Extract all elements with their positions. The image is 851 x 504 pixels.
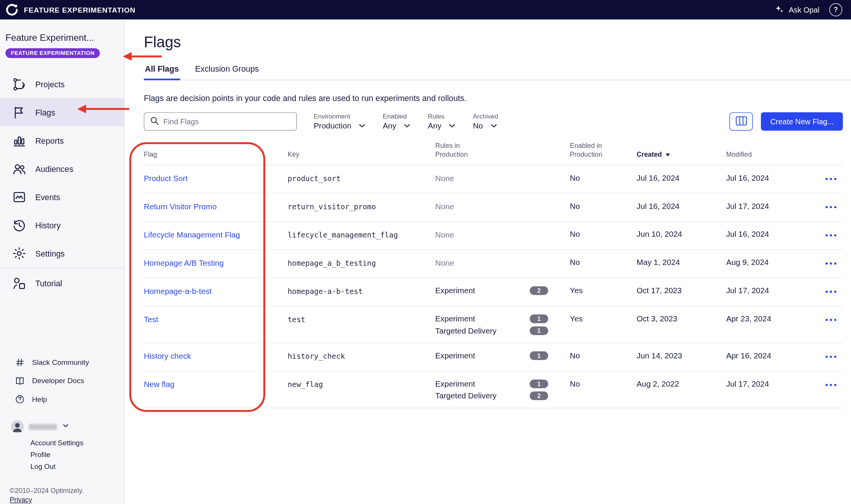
sidebar-item-help[interactable]: Help [0, 390, 124, 408]
tab-bar: All FlagsExclusion Groups [144, 64, 851, 80]
row-actions-button[interactable] [823, 353, 839, 360]
sidebar-item-projects[interactable]: Projects [0, 70, 124, 98]
table-row: TesttestExperiment1Targeted Delivery1Yes… [144, 306, 843, 343]
row-actions-button[interactable] [823, 175, 839, 182]
account-menu-account-settings[interactable]: Account Settings [31, 439, 119, 447]
help-icon[interactable]: ? [829, 3, 842, 16]
flag-key: homepage-a-b-test [288, 286, 435, 295]
flag-link[interactable]: Homepage-a-b-test [144, 287, 212, 295]
hash-icon [14, 357, 25, 368]
flag-link[interactable]: Test [144, 315, 158, 324]
rule-count-badge: 1 [530, 379, 548, 388]
page-description: Flags are decision points in your code a… [144, 93, 843, 103]
account-menu-toggle[interactable] [11, 420, 119, 433]
chevron-down-icon [403, 122, 411, 130]
app-root: FEATURE EXPERIMENTATION Ask Opal ? Featu… [0, 0, 851, 504]
optimizely-logo [4, 2, 19, 18]
app-title: FEATURE EXPERIMENTATION [24, 6, 136, 14]
flag-link[interactable]: History check [144, 352, 191, 360]
filter-rules[interactable]: RulesAny [428, 113, 456, 130]
modified-date: Jul 16, 2024 [726, 173, 816, 182]
flag-link[interactable]: Product Sort [144, 174, 188, 183]
sidebar-divider [0, 268, 124, 268]
book-icon [14, 375, 25, 386]
rules-none-label: None [435, 258, 454, 267]
filter-enabled[interactable]: EnabledAny [383, 113, 411, 130]
main-content: Flags All FlagsExclusion Groups Flags ar… [125, 19, 851, 504]
row-actions-button[interactable] [823, 204, 839, 210]
enabled-in-production: No [570, 201, 637, 210]
rules-none-label: None [435, 230, 454, 239]
account-menu-profile[interactable]: Profile [31, 451, 119, 459]
flag-key: homepage_a_b_testing [288, 258, 435, 267]
rule-type: Experiment [435, 351, 475, 360]
table-row: Return Visitor Promoreturn_visitor_promo… [144, 193, 843, 222]
search-box[interactable] [144, 112, 297, 130]
flag-link[interactable]: Lifecycle Management Flag [144, 230, 240, 239]
enabled-in-production: No [570, 258, 637, 266]
events-icon [11, 189, 27, 205]
sidebar-item-flags[interactable]: Flags [0, 98, 124, 126]
project-name[interactable]: Feature Experiment... [0, 32, 124, 43]
filter-archived[interactable]: ArchivedNo [473, 113, 498, 130]
row-actions-button[interactable] [823, 382, 839, 388]
flag-link[interactable]: Return Visitor Promo [144, 202, 217, 211]
create-new-flag-button[interactable]: Create New Flag... [761, 112, 843, 130]
sidebar-item-developer-docs[interactable]: Developer Docs [0, 371, 124, 390]
row-actions-button[interactable] [823, 260, 839, 267]
table-row: Homepage-a-b-testhomepage-a-b-testExperi… [144, 278, 843, 306]
ask-opal-button[interactable]: Ask Opal [775, 4, 820, 16]
search-input[interactable] [163, 117, 291, 126]
column-header-created[interactable]: Created [637, 150, 726, 159]
flag-icon [11, 104, 27, 120]
chevron-down-icon [358, 122, 366, 130]
column-header-rules-in-production: Rules in Production [435, 141, 570, 159]
modified-date: Apr 16, 2024 [726, 351, 816, 360]
tab-all-flags[interactable]: All Flags [144, 64, 180, 80]
enabled-in-production: No [570, 379, 637, 388]
sidebar-item-events[interactable]: Events [0, 183, 124, 211]
tab-exclusion-groups[interactable]: Exclusion Groups [194, 64, 260, 80]
rules-in-production: Experiment1Targeted Delivery1 [435, 314, 570, 335]
page-title: Flags [144, 34, 843, 51]
account-menu-log-out[interactable]: Log Out [31, 462, 119, 470]
privacy-link[interactable]: Privacy [10, 496, 32, 504]
chevron-down-icon [490, 122, 498, 130]
rules-in-production: None [435, 173, 570, 183]
flag-key: lifecycle_management_flag [288, 230, 435, 239]
projects-icon [11, 76, 27, 92]
row-actions-button[interactable] [823, 316, 839, 323]
created-date: Jul 16, 2024 [637, 173, 726, 182]
sidebar-item-reports[interactable]: Reports [0, 126, 124, 154]
sidebar-item-slack-community[interactable]: Slack Community [0, 353, 124, 371]
controls-row: EnvironmentProductionEnabledAnyRulesAnyA… [144, 112, 843, 130]
column-header-flag: Flag [144, 150, 288, 159]
enabled-in-production: No [570, 351, 637, 360]
column-settings-button[interactable] [730, 112, 753, 130]
flag-link[interactable]: New flag [144, 380, 174, 388]
rule-type: Experiment [435, 379, 475, 388]
filter-environment[interactable]: EnvironmentProduction [314, 113, 366, 130]
flag-link[interactable]: Homepage A/B Testing [144, 258, 224, 267]
rules-in-production: Experiment2 [435, 286, 570, 295]
history-icon [11, 217, 27, 233]
sidebar-item-history[interactable]: History [0, 211, 124, 239]
rules-in-production: None [435, 230, 570, 239]
enabled-in-production: No [570, 230, 637, 238]
sidebar-item-tutorial[interactable]: Tutorial [0, 269, 124, 297]
modified-date: Apr 23, 2024 [726, 314, 816, 323]
audiences-icon [11, 161, 27, 177]
modified-date: Aug 9, 2024 [726, 258, 816, 266]
account-name-redacted [29, 424, 57, 430]
sidebar-item-settings[interactable]: Settings [0, 239, 124, 267]
enabled-in-production: No [570, 173, 637, 182]
sidebar-item-audiences[interactable]: Audiences [0, 154, 124, 183]
created-date: Aug 2, 2022 [637, 379, 726, 388]
avatar [11, 420, 24, 433]
table-body: Product Sortproduct_sortNoneNoJul 16, 20… [144, 165, 843, 408]
rule-type: Targeted Delivery [435, 391, 496, 400]
created-date: Oct 3, 2023 [637, 314, 726, 323]
sidebar-nav: ProjectsFlagsReportsAudiencesEventsHisto… [0, 70, 124, 297]
row-actions-button[interactable] [823, 288, 839, 295]
row-actions-button[interactable] [823, 232, 839, 239]
